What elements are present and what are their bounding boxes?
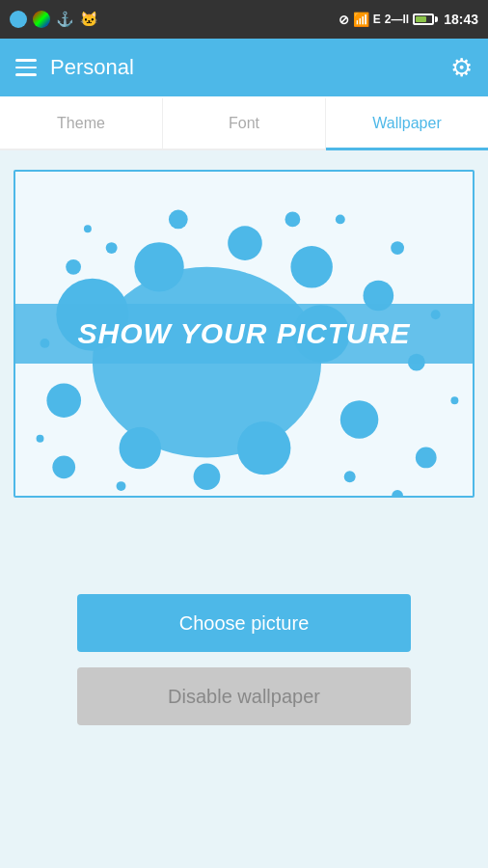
svg-point-10 — [228, 226, 262, 260]
svg-point-22 — [336, 214, 345, 224]
network-bars: 2—ll — [385, 13, 409, 26]
time-display: 18:43 — [444, 12, 478, 27]
hamburger-line-1 — [15, 59, 37, 62]
svg-point-11 — [66, 259, 81, 275]
button-area: Choose picture Disable wallpaper — [14, 594, 474, 725]
main-content: SHOW YOUR PICTURE Choose picture Disable… — [0, 150, 488, 745]
settings-button[interactable]: ⚙ — [450, 53, 473, 83]
tab-wallpaper-label: Wallpaper — [372, 115, 441, 132]
svg-point-9 — [134, 242, 183, 291]
wifi-icon: 📶 — [353, 12, 369, 27]
svg-point-19 — [285, 212, 300, 228]
status-bar-left: ⚓ 🐱 — [10, 11, 98, 28]
tabs-bar: Theme Font Wallpaper — [0, 96, 488, 150]
status-icon-1 — [10, 11, 27, 28]
tab-theme-label: Theme — [57, 115, 105, 132]
choose-picture-button[interactable]: Choose picture — [77, 594, 411, 652]
svg-point-6 — [340, 400, 379, 439]
svg-point-15 — [416, 448, 437, 469]
wallpaper-preview: SHOW YOUR PICTURE — [14, 170, 474, 498]
app-bar: Personal ⚙ — [0, 39, 488, 96]
svg-point-24 — [450, 396, 458, 404]
svg-point-17 — [194, 463, 221, 490]
svg-point-20 — [52, 455, 75, 478]
battery-indicator — [413, 14, 438, 25]
app-bar-left: Personal — [15, 55, 134, 80]
no-sim-icon: ⊘ — [339, 13, 349, 27]
svg-point-21 — [84, 225, 92, 232]
status-bar-right: ⊘ 📶 E 2—ll 18:43 — [339, 12, 478, 27]
hamburger-line-2 — [15, 67, 37, 69]
svg-point-7 — [290, 246, 332, 287]
signal-icon: E — [373, 13, 381, 26]
tab-font-label: Font — [229, 115, 259, 132]
svg-point-3 — [237, 421, 290, 475]
disable-wallpaper-button[interactable]: Disable wallpaper — [77, 667, 411, 725]
svg-point-4 — [120, 427, 161, 469]
svg-point-5 — [46, 383, 81, 418]
hamburger-menu-button[interactable] — [15, 59, 37, 76]
svg-point-25 — [117, 481, 126, 491]
svg-point-14 — [391, 241, 404, 255]
svg-point-28 — [37, 435, 44, 443]
tab-wallpaper[interactable]: Wallpaper — [326, 98, 488, 150]
status-bar: ⚓ 🐱 ⊘ 📶 E 2—ll 18:43 — [0, 0, 488, 39]
app-title: Personal — [50, 55, 134, 80]
show-picture-banner: SHOW YOUR PICTURE — [15, 304, 473, 364]
svg-point-18 — [169, 210, 188, 230]
svg-point-16 — [344, 471, 356, 482]
tab-font[interactable]: Font — [163, 98, 326, 150]
hamburger-line-3 — [15, 73, 37, 76]
svg-point-12 — [106, 242, 118, 254]
show-picture-text: SHOW YOUR PICTURE — [78, 317, 411, 349]
tab-theme[interactable]: Theme — [0, 98, 163, 150]
usb-icon: ⚓ — [56, 11, 74, 28]
cat-icon: 🐱 — [80, 11, 98, 28]
status-icon-2 — [33, 11, 50, 28]
svg-point-26 — [392, 490, 403, 496]
